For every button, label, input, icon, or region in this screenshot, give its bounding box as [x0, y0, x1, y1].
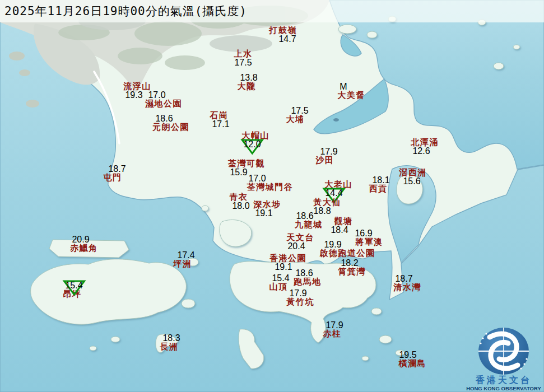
station-name: 濕地公園 [145, 100, 182, 108]
station-石崗: 石崗17.1 [210, 111, 229, 129]
station-大老山: 大老山14.4 [324, 180, 352, 198]
station-name: 打鼓嶺 [269, 26, 297, 35]
station-元朗公園: 18.6元朗公園 [152, 114, 189, 132]
station-大美督: M大美督 [337, 82, 365, 100]
station-name: 筲箕灣 [338, 268, 366, 276]
station-temp: M [329, 82, 357, 91]
station-temp: 15.4 [272, 274, 290, 283]
station-temp: 12.0 [238, 140, 266, 149]
stations-layer: 打鼓嶺14.7上水17.513.8大隴M大美督流浮山19.317.0濕地公園18… [0, 0, 544, 392]
station-坪洲: 17.4坪洲 [174, 251, 192, 269]
station-temp: 18.6 [146, 114, 183, 123]
station-name: 沙田 [316, 156, 334, 165]
station-temp: 18.7 [390, 274, 418, 283]
station-temp: 18.6 [291, 212, 319, 221]
station-temp: 17.4 [177, 251, 196, 260]
station-temp: 14.7 [273, 35, 301, 44]
hko-temperature-map-screen: 香港天文台 HONG KONG OBSERVATORY 2025年11月26日1… [0, 0, 544, 392]
station-荃灣城門谷: 17.0荃灣城門谷 [247, 174, 294, 192]
station-temp: 20.9 [67, 235, 95, 244]
station-temp: 17.9 [320, 147, 338, 156]
station-橫瀾島: 19.5橫瀾島 [398, 351, 426, 368]
low-temp-triangle-icon [239, 136, 265, 155]
station-temp: 17.1 [212, 120, 230, 129]
station-深水埗: 深水埗19.1 [253, 200, 281, 218]
station-temp: 18.0 [232, 202, 250, 211]
station-九龍城: 18.6九龍城 [295, 212, 323, 230]
station-name: 流浮山 [123, 82, 151, 91]
station-temp: 15.4 [65, 281, 83, 290]
station-name: 青衣 [230, 193, 248, 202]
station-temp: 12.6 [407, 147, 435, 156]
station-name: 屯門 [104, 174, 122, 182]
station-temp: 17.5 [234, 58, 253, 67]
station-跑馬地: 18.6跑馬地 [294, 269, 322, 287]
station-name: 滘西洲 [399, 169, 427, 177]
station-大埔: 17.5大埔 [286, 106, 305, 124]
station-濕地公園: 17.0濕地公園 [145, 91, 182, 109]
station-name: 大隴 [238, 82, 256, 91]
station-name: 觀塘 [334, 217, 353, 226]
station-temp: 13.8 [240, 73, 258, 82]
station-name: 上水 [234, 50, 253, 58]
station-temp: 18.2 [336, 259, 364, 268]
station-temp: 18.4 [331, 226, 349, 235]
station-name: 啟德跑道公園 [320, 249, 375, 258]
station-赤鱲角: 20.9赤鱲角 [70, 235, 98, 253]
station-西貢: 18.1西貢 [369, 176, 388, 194]
station-name: 九龍城 [295, 221, 323, 229]
station-temp: 17.9 [326, 321, 344, 330]
station-name: 荃灣可觀 [228, 160, 265, 168]
station-temp: 17.9 [284, 289, 312, 298]
station-name: 大美督 [337, 91, 365, 100]
station-temp: 18.3 [162, 334, 181, 343]
station-北潭涌: 北潭涌12.6 [411, 138, 439, 156]
station-temp: 19.9 [305, 240, 361, 249]
station-temp: 15.6 [398, 177, 426, 186]
station-青衣: 青衣18.0 [230, 193, 248, 211]
station-temp: 19.5 [394, 351, 422, 360]
station-temp: 18.1 [372, 176, 390, 185]
station-name: 大埔 [286, 115, 305, 124]
station-昂坪: 15.4昂坪 [63, 281, 82, 299]
station-name: 黃竹坑 [286, 298, 314, 306]
station-滘西洲: 滘西洲15.6 [399, 169, 427, 186]
station-name: 深水埗 [253, 200, 281, 209]
station-name: 清水灣 [393, 283, 421, 292]
station-清水灣: 18.7清水灣 [393, 274, 421, 292]
station-打鼓嶺: 打鼓嶺14.7 [269, 26, 297, 44]
station-temp: 17.0 [234, 174, 281, 183]
station-name: 荃灣城門谷 [247, 183, 294, 192]
station-temp: 17.5 [291, 106, 309, 115]
station-temp: 16.9 [350, 229, 378, 238]
station-name: 跑馬地 [294, 278, 322, 286]
station-name: 長洲 [160, 343, 179, 351]
station-temp: 19.1 [250, 209, 278, 218]
station-name: 元朗公園 [152, 123, 189, 132]
station-大隴: 13.8大隴 [238, 73, 256, 91]
station-沙田: 17.9沙田 [316, 147, 334, 165]
station-temp: 18.6 [290, 269, 318, 278]
station-name: 石崗 [210, 111, 229, 120]
station-temp: 18.7 [108, 165, 127, 174]
station-上水: 上水17.5 [234, 50, 253, 68]
station-大帽山: 大帽山12.0 [241, 132, 269, 150]
low-temp-triangle-icon [61, 277, 87, 296]
station-name: 赤柱 [323, 330, 342, 338]
station-name: 香港公園 [269, 254, 306, 263]
station-啟德跑道公園: 19.9啟德跑道公園 [320, 240, 375, 258]
station-name: 赤鱲角 [70, 244, 98, 253]
station-長洲: 18.3長洲 [160, 334, 179, 352]
station-name: 坪洲 [174, 260, 192, 268]
station-屯門: 18.7屯門 [104, 165, 122, 183]
station-name: 黃大仙 [313, 198, 341, 207]
station-name: 西貢 [369, 185, 388, 193]
station-赤柱: 17.9赤柱 [323, 321, 342, 339]
station-name: 北潭涌 [411, 138, 439, 147]
station-name: 橫瀾島 [398, 360, 426, 368]
station-黃竹坑: 17.9黃竹坑 [286, 289, 314, 307]
station-筲箕灣: 18.2筲箕灣 [338, 259, 366, 277]
station-temp: 17.0 [138, 91, 175, 100]
